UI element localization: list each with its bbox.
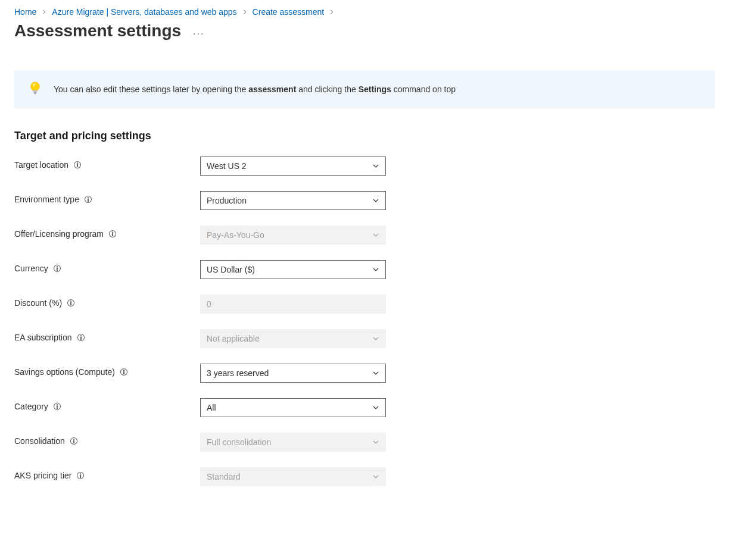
info-banner: You can also edit these settings later b…: [14, 70, 715, 108]
category-select[interactable]: All: [200, 398, 386, 417]
consolidation-label: Consolidation: [14, 433, 200, 446]
svg-point-25: [57, 405, 58, 406]
info-icon[interactable]: [77, 333, 85, 342]
info-icon[interactable]: [76, 471, 85, 480]
ea-subscription-select: Not applicable: [200, 329, 386, 348]
svg-rect-20: [80, 337, 81, 339]
more-actions-button[interactable]: ···: [193, 23, 204, 39]
svg-point-4: [77, 163, 78, 164]
chevron-down-icon: [372, 439, 379, 446]
category-label: Category: [14, 398, 200, 411]
chevron-down-icon: [372, 370, 379, 377]
form-grid: Target location West US 2 Environment ty…: [14, 157, 715, 486]
offer-licensing-label: Offer/Licensing program: [14, 226, 200, 239]
svg-rect-8: [88, 199, 88, 201]
svg-point-13: [57, 267, 58, 268]
info-icon[interactable]: [84, 195, 92, 204]
svg-rect-29: [73, 440, 74, 443]
svg-point-22: [123, 370, 124, 371]
chevron-down-icon: [372, 231, 379, 239]
info-icon[interactable]: [67, 299, 75, 307]
environment-type-label: Environment type: [14, 191, 200, 204]
svg-rect-2: [35, 93, 36, 94]
svg-rect-0: [33, 90, 37, 92]
target-location-label: Target location: [14, 157, 200, 170]
svg-rect-1: [34, 92, 37, 93]
title-row: Assessment settings ···: [14, 21, 715, 40]
svg-point-28: [73, 439, 74, 440]
svg-point-7: [88, 198, 89, 199]
svg-rect-26: [57, 406, 57, 408]
svg-rect-23: [123, 371, 124, 374]
breadcrumb-link-azure-migrate[interactable]: Azure Migrate | Servers, databases and w…: [52, 7, 236, 17]
svg-point-10: [112, 232, 113, 233]
breadcrumb: Home Azure Migrate | Servers, databases …: [14, 7, 715, 17]
svg-point-19: [80, 336, 82, 337]
svg-rect-17: [71, 302, 71, 305]
chevron-down-icon: [372, 197, 379, 204]
lightbulb-icon: [29, 81, 42, 98]
chevron-down-icon: [372, 473, 379, 480]
savings-options-label: Savings options (Compute): [14, 364, 200, 377]
banner-text: You can also edit these settings later b…: [54, 85, 456, 94]
currency-label: Currency: [14, 260, 200, 273]
ea-subscription-label: EA subscription: [14, 329, 200, 342]
breadcrumb-link-home[interactable]: Home: [14, 7, 36, 17]
consolidation-select: Full consolidation: [200, 433, 386, 452]
currency-select[interactable]: US Dollar ($): [200, 260, 386, 279]
svg-rect-11: [112, 233, 113, 236]
chevron-down-icon: [372, 162, 379, 170]
info-icon[interactable]: [53, 264, 61, 273]
info-icon[interactable]: [108, 230, 117, 238]
svg-rect-14: [57, 268, 57, 270]
chevron-down-icon: [372, 266, 379, 273]
aks-pricing-select: Standard: [200, 467, 386, 486]
offer-licensing-select: Pay-As-You-Go: [200, 226, 386, 245]
svg-point-16: [70, 301, 71, 302]
discount-input: 0: [200, 295, 386, 314]
target-location-select[interactable]: West US 2: [200, 157, 386, 176]
section-title: Target and pricing settings: [14, 130, 715, 142]
info-icon[interactable]: [53, 402, 61, 411]
chevron-right-icon: [242, 9, 248, 15]
discount-label: Discount (%): [14, 295, 200, 308]
chevron-right-icon: [329, 9, 335, 15]
info-icon[interactable]: [73, 161, 82, 169]
chevron-down-icon: [372, 335, 379, 342]
chevron-down-icon: [372, 404, 379, 411]
info-icon[interactable]: [70, 437, 78, 445]
page-title: Assessment settings: [14, 21, 181, 40]
aks-pricing-label: AKS pricing tier: [14, 467, 200, 480]
svg-point-31: [80, 474, 82, 475]
info-icon[interactable]: [120, 368, 128, 376]
breadcrumb-link-create-assessment[interactable]: Create assessment: [253, 7, 325, 17]
svg-rect-5: [77, 164, 77, 167]
savings-options-select[interactable]: 3 years reserved: [200, 364, 386, 383]
svg-rect-32: [80, 475, 81, 477]
environment-type-select[interactable]: Production: [200, 191, 386, 210]
chevron-right-icon: [41, 9, 47, 15]
